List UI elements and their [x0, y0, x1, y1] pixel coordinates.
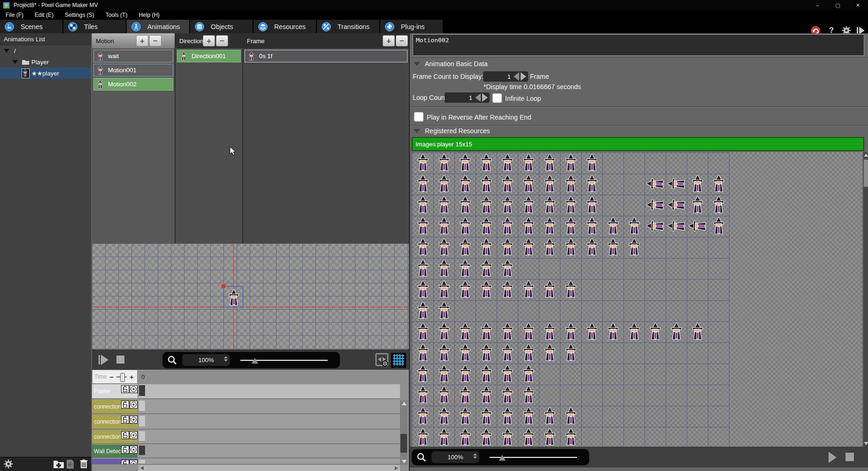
sheet-sprite[interactable] — [585, 323, 599, 341]
tab-resources[interactable]: Resources — [253, 20, 316, 33]
page-plus-icon[interactable] — [66, 459, 74, 471]
sheet-vertical-scrollbar[interactable] — [863, 152, 868, 447]
minimize-button[interactable]: – — [807, 0, 828, 10]
sheet-sprite[interactable] — [522, 365, 536, 383]
sheet-sprite[interactable] — [646, 219, 664, 233]
sheet-sprite[interactable] — [522, 323, 536, 341]
infinite-loop-checkbox[interactable] — [492, 93, 502, 103]
motion-item-wait[interactable]: wait — [93, 50, 173, 62]
motion-item-motion001[interactable]: Motion001 — [93, 64, 173, 76]
timeline-row-connection[interactable]: connection — [92, 415, 400, 429]
sheet-sprite[interactable] — [667, 198, 685, 212]
timeline-zoom-in[interactable]: + — [130, 373, 134, 381]
sheet-sprite[interactable] — [416, 344, 430, 362]
timeline-row-wall-detection[interactable]: Wall Detection — [92, 445, 400, 458]
track-label[interactable]: Wall Detection — [92, 445, 138, 458]
add-motion-button[interactable]: + — [136, 35, 148, 46]
sheet-sprite[interactable] — [646, 198, 664, 212]
sheet-sprite[interactable] — [416, 154, 430, 172]
onion-skin-icon[interactable] — [375, 353, 389, 370]
visibility-icon[interactable] — [130, 385, 138, 393]
sheet-sprite[interactable] — [458, 344, 472, 362]
frame-count-input[interactable]: 1 — [483, 71, 528, 82]
direction-item-direction001[interactable]: Direction001 — [177, 50, 241, 62]
sheet-sprite[interactable] — [416, 302, 430, 319]
sheet-sprite[interactable] — [416, 365, 430, 383]
sprite-sheet-view[interactable] — [412, 152, 862, 447]
increment-icon[interactable] — [521, 72, 526, 81]
sheet-sprite[interactable] — [500, 154, 515, 172]
timeline-horizontal-scrollbar[interactable] — [138, 465, 400, 471]
sheet-sprite[interactable] — [712, 196, 726, 214]
add-frame-button[interactable]: + — [383, 35, 395, 46]
track-label[interactable]: connection — [92, 430, 138, 444]
timeline-vertical-scrollbar[interactable] — [400, 400, 407, 465]
remove-direction-button[interactable]: − — [216, 35, 228, 46]
sheet-sprite[interactable] — [416, 428, 430, 446]
sheet-sprite[interactable] — [564, 175, 578, 193]
sheet-sprite[interactable] — [416, 196, 430, 214]
sheet-sprite[interactable] — [437, 281, 451, 298]
play-button[interactable] — [99, 355, 108, 365]
add-direction-button[interactable]: + — [203, 35, 215, 46]
sheet-sprite[interactable] — [479, 428, 493, 446]
frame-cell[interactable] — [139, 446, 145, 455]
registered-resources-section-header[interactable]: Registered Resources — [414, 127, 490, 135]
sheet-sprite[interactable] — [437, 386, 451, 404]
lock-icon[interactable] — [121, 416, 129, 424]
scroll-up-icon[interactable] — [402, 402, 407, 405]
tab-plug-ins[interactable]: Plug-ins — [380, 20, 443, 33]
sheet-sprite[interactable] — [522, 428, 536, 446]
canvas-zoom-value[interactable]: 100% — [182, 354, 230, 366]
sheet-sprite[interactable] — [500, 407, 515, 425]
timeline-zoom-out[interactable]: − — [109, 373, 114, 381]
lock-icon[interactable] — [121, 431, 129, 439]
sheet-sprite[interactable] — [437, 238, 451, 256]
sheet-sprite[interactable] — [522, 386, 536, 404]
sheet-sprite[interactable] — [585, 217, 599, 235]
tree-row-root[interactable]: / — [0, 45, 91, 56]
sheet-sprite[interactable] — [627, 217, 641, 235]
sheet-sprite[interactable] — [479, 281, 493, 298]
frame-cell[interactable] — [139, 385, 145, 396]
expand-triangle-icon[interactable] — [12, 60, 18, 64]
sheet-sprite[interactable] — [543, 407, 557, 425]
loop-count-input[interactable]: 1 — [445, 92, 490, 103]
sheet-sprite[interactable] — [479, 154, 493, 172]
sheet-sprite[interactable] — [479, 407, 493, 425]
motion-item-motion002[interactable]: Motion002 — [93, 78, 173, 91]
sheet-sprite[interactable] — [522, 281, 536, 298]
track-label[interactable]: connection — [92, 415, 138, 429]
sheet-sprite[interactable] — [458, 386, 472, 404]
gear-icon[interactable] — [4, 459, 13, 471]
sheet-sprite[interactable] — [691, 323, 705, 341]
sheet-sprite[interactable] — [500, 196, 515, 214]
sheet-sprite[interactable] — [543, 238, 557, 256]
grid-toggle-icon[interactable] — [391, 353, 406, 370]
sheet-sprite[interactable] — [648, 323, 662, 341]
sheet-sprite[interactable] — [606, 217, 620, 235]
sheet-sprite[interactable] — [458, 281, 472, 298]
track-label[interactable] — [92, 459, 138, 464]
sheet-sprite[interactable] — [437, 407, 451, 425]
sheet-sprite[interactable] — [522, 154, 536, 172]
sheet-sprite[interactable] — [437, 154, 451, 172]
menu-file[interactable]: File (F) — [0, 12, 29, 18]
visibility-icon[interactable] — [130, 401, 138, 409]
track-label[interactable]: Frame — [92, 384, 138, 399]
tree-row-player-folder[interactable]: Player — [0, 56, 91, 68]
frame-cell[interactable] — [139, 416, 145, 426]
scroll-down-icon[interactable] — [864, 442, 868, 445]
sheet-sprite[interactable] — [669, 323, 684, 341]
zoom-slider-thumb[interactable] — [252, 358, 258, 364]
collapse-triangle-icon[interactable] — [414, 129, 420, 133]
sheet-sprite[interactable] — [667, 219, 685, 233]
sheet-sprite[interactable] — [416, 407, 430, 425]
remove-motion-button[interactable]: − — [149, 35, 161, 46]
canvas-sprite[interactable] — [227, 289, 240, 307]
scroll-left-icon[interactable] — [140, 466, 144, 470]
origin-handle[interactable] — [222, 284, 225, 288]
play-reverse-checkbox[interactable] — [414, 112, 423, 122]
timeline-row-clipped[interactable] — [92, 459, 400, 464]
sheet-sprite[interactable] — [712, 217, 726, 235]
